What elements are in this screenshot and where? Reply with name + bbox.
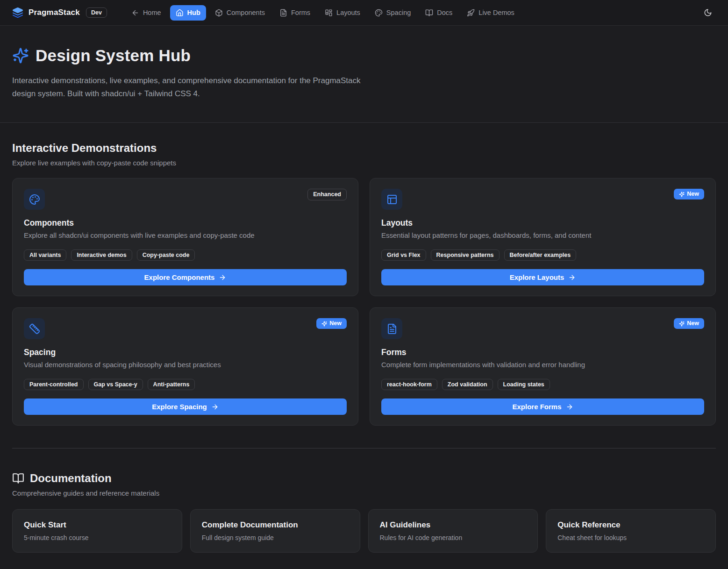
ruler-icon (29, 323, 40, 334)
layouts-icon-box (381, 189, 402, 210)
new-badge-label: New (329, 320, 342, 327)
nav-item-forms[interactable]: Forms (274, 5, 316, 21)
nav-item-label: Forms (291, 9, 310, 16)
nav-item-label: Layouts (336, 9, 360, 16)
doc-card-grid: Quick Start 5-minute crash course Comple… (12, 509, 716, 553)
file-text-icon (386, 323, 398, 334)
documentation-section-heading: Documentation (30, 472, 112, 485)
demo-card-components: Enhanced Components Explore all shadcn/u… (12, 178, 358, 296)
nav-item-label: Live Demos (478, 9, 514, 16)
arrow-right-icon (211, 403, 219, 411)
demo-card-spacing: New Spacing Visual demonstrations of spa… (12, 307, 358, 426)
tag-pill: Gap vs Space-y (88, 379, 143, 390)
tag-pill: Loading states (498, 379, 550, 390)
demo-card-layouts: New Layouts Essential layout patterns fo… (370, 178, 716, 296)
book-open-icon (425, 9, 433, 17)
brand[interactable]: PragmaStack (12, 7, 80, 18)
sparkles-icon (679, 321, 685, 327)
tag-pill: Responsive patterns (431, 249, 500, 261)
tag-pill: Anti-patterns (148, 379, 195, 390)
nav-item-live-demos[interactable]: Live Demos (461, 5, 520, 21)
doc-card-quick-start[interactable]: Quick Start 5-minute crash course (12, 509, 182, 553)
card-description: Complete form implementations with valid… (381, 361, 704, 369)
top-navbar: PragmaStack Dev Home Hub Components Form… (0, 0, 728, 26)
card-description: Explore all shadcn/ui components with li… (24, 231, 347, 239)
explore-components-button[interactable]: Explore Components (24, 269, 347, 285)
explore-layouts-button[interactable]: Explore Layouts (381, 269, 704, 285)
brand-name: PragmaStack (29, 8, 80, 17)
tag-pill: Interactive demos (71, 249, 132, 261)
new-badge: New (674, 189, 704, 199)
arrow-right-icon (219, 274, 226, 281)
doc-card-title: Quick Start (24, 520, 171, 530)
demo-card-forms: New Forms Complete form implementations … (370, 307, 716, 426)
sparkles-icon (12, 47, 29, 64)
env-badge: Dev (86, 7, 107, 18)
section-divider (12, 448, 716, 448)
package-icon (215, 9, 223, 17)
enhanced-badge: Enhanced (307, 189, 347, 200)
nav-item-label: Components (227, 9, 265, 16)
explore-spacing-button[interactable]: Explore Spacing (24, 398, 347, 415)
doc-card-title: Quick Reference (557, 520, 704, 530)
new-badge: New (674, 318, 704, 329)
tag-pill: Zod validation (442, 379, 493, 390)
new-badge-label: New (687, 191, 699, 198)
main-content: Interactive Demonstrations Explore live … (0, 142, 728, 561)
arrow-right-icon (568, 274, 576, 281)
book-open-icon (12, 472, 24, 484)
page-title: Design System Hub (36, 46, 191, 65)
new-badge: New (316, 318, 347, 329)
doc-card-description: 5-minute crash course (24, 534, 171, 541)
theme-toggle-button[interactable] (700, 5, 716, 21)
palette-icon (375, 9, 383, 17)
nav-item-label: Spacing (386, 9, 411, 16)
tag-pill: Grid vs Flex (381, 249, 426, 261)
nav-item-spacing[interactable]: Spacing (369, 5, 416, 21)
explore-button-label: Explore Components (144, 273, 215, 281)
components-icon-box (24, 189, 45, 210)
tag-pill: Before/after examples (504, 249, 577, 261)
nav-item-components[interactable]: Components (209, 5, 271, 21)
tag-pill: All variants (24, 249, 66, 261)
nav-item-docs[interactable]: Docs (420, 5, 458, 21)
card-description: Visual demonstrations of spacing philoso… (24, 361, 347, 369)
doc-card-ai-guidelines[interactable]: AI Guidelines Rules for AI code generati… (368, 509, 538, 553)
tag-row: Grid vs Flex Responsive patterns Before/… (381, 249, 704, 261)
spacing-icon-box (24, 318, 45, 339)
doc-card-complete-documentation[interactable]: Complete Documentation Full design syste… (190, 509, 360, 553)
new-badge-label: New (687, 320, 699, 327)
nav-item-layouts[interactable]: Layouts (319, 5, 366, 21)
demos-section-heading: Interactive Demonstrations (12, 142, 716, 155)
sparkles-icon (679, 192, 685, 197)
forms-icon-box (381, 318, 402, 339)
card-description: Essential layout patterns for pages, das… (381, 231, 704, 239)
hero-section: Design System Hub Interactive demonstrat… (0, 26, 728, 123)
panels-top-left-icon (386, 194, 398, 205)
page-description: Interactive demonstrations, live example… (12, 74, 362, 100)
tag-pill: Copy-paste code (137, 249, 195, 261)
arrow-right-icon (566, 403, 573, 411)
explore-button-label: Explore Spacing (152, 403, 207, 411)
documentation-section-subheading: Comprehensive guides and reference mater… (12, 489, 716, 497)
doc-card-description: Cheat sheet for lookups (557, 534, 704, 541)
nav-item-home[interactable]: Home (126, 5, 167, 21)
nav-item-label: Docs (437, 9, 452, 16)
explore-button-label: Explore Forms (512, 403, 561, 411)
doc-card-quick-reference[interactable]: Quick Reference Cheat sheet for lookups (546, 509, 716, 553)
card-title: Forms (381, 348, 704, 357)
tag-pill: Parent-controlled (24, 379, 84, 390)
explore-forms-button[interactable]: Explore Forms (381, 398, 704, 415)
doc-card-title: Complete Documentation (202, 520, 349, 530)
doc-card-description: Full design system guide (202, 534, 349, 541)
file-text-icon (279, 9, 287, 17)
explore-button-label: Explore Layouts (510, 273, 564, 281)
card-title: Spacing (24, 348, 347, 357)
arrow-left-icon (131, 9, 139, 17)
doc-card-title: AI Guidelines (380, 520, 527, 530)
nav-links: Home Hub Components Forms Layouts Spacin… (126, 5, 520, 21)
house-icon (176, 9, 184, 17)
nav-item-hub[interactable]: Hub (170, 5, 206, 21)
tag-pill: react-hook-form (381, 379, 437, 390)
tag-row: react-hook-form Zod validation Loading s… (381, 379, 704, 390)
